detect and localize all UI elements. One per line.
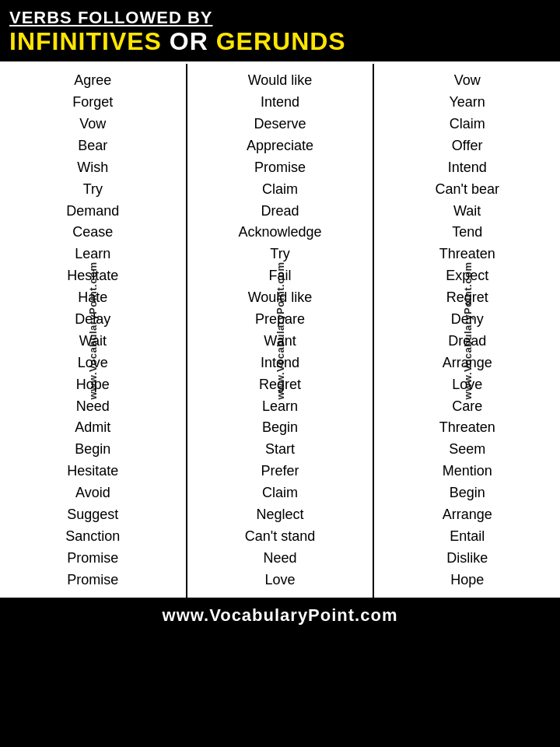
infinitives-label: INFINITIVES [9, 27, 162, 55]
list-item: Hesitate [3, 461, 183, 482]
list-item: Promise [3, 570, 183, 591]
list-item: Cease [3, 222, 183, 244]
list-item: Learn [191, 396, 370, 418]
list-item: Need [3, 396, 183, 418]
list-item: Deserve [191, 114, 370, 135]
list-item: Prepare [191, 309, 370, 331]
list-item: Sanction [3, 526, 183, 548]
list-item: Begin [3, 439, 183, 461]
list-item: Neglect [191, 504, 370, 526]
list-item: Bear [3, 135, 183, 157]
list-item: Intend [191, 92, 370, 114]
list-item: Seem [377, 439, 557, 461]
list-item: Begin [377, 482, 557, 504]
list-item: Hesitate [3, 265, 183, 287]
list-item: Can't stand [191, 526, 370, 548]
list-item: Promise [3, 548, 183, 570]
list-item: Intend [191, 352, 370, 374]
list-item: Try [191, 244, 370, 265]
list-item: Tend [377, 222, 557, 244]
list-item: Promise [191, 157, 370, 179]
list-item: Care [377, 396, 557, 418]
list-item: Entail [377, 526, 557, 548]
list-item: Want [191, 331, 370, 352]
list-item: Wait [3, 331, 183, 352]
list-item: Appreciate [191, 135, 370, 157]
footer-text: www.VocabularyPoint.com [163, 605, 398, 625]
list-item: Delay [3, 309, 183, 331]
list-item: Start [191, 439, 370, 461]
list-item: Begin [191, 417, 370, 439]
content-area: www.VocabularyPoint.com AgreeForgetVowBe… [0, 64, 560, 597]
list-item: Love [377, 374, 557, 396]
list-item: Acknowledge [191, 222, 370, 244]
list-item: Suggest [3, 504, 183, 526]
column-1: www.VocabularyPoint.com AgreeForgetVowBe… [0, 64, 187, 597]
list-item: Demand [3, 201, 183, 223]
list-item: Can't bear [377, 179, 557, 201]
list-item: Wait [377, 201, 557, 223]
list-item: Would like [191, 287, 370, 309]
list-item: Arrange [377, 504, 557, 526]
list-item: Wish [3, 157, 183, 179]
list-item: Agree [3, 70, 183, 92]
list-item: Need [191, 548, 370, 570]
list-item: Yearn [377, 92, 557, 114]
list-item: Learn [3, 244, 183, 265]
list-item: Hate [3, 287, 183, 309]
list-item: Dread [191, 201, 370, 223]
list-item: Threaten [377, 244, 557, 265]
list-item: Expect [377, 265, 557, 287]
footer: www.VocabularyPoint.com [0, 598, 560, 633]
list-item: Deny [377, 309, 557, 331]
gerunds-label: GERUNDS [216, 27, 346, 55]
column-3: www.VocabularyPoint.com VowYearnClaimOff… [374, 64, 560, 597]
list-item: Intend [377, 157, 557, 179]
list-item: Forget [3, 92, 183, 114]
header-line1: VERBS FOLLOWED BY [9, 8, 551, 28]
list-item: Claim [191, 482, 370, 504]
list-item: Regret [377, 287, 557, 309]
column-2: www.VocabularyPoint.com Would likeIntend… [187, 64, 375, 597]
list-item: Fail [191, 265, 370, 287]
list-item: Avoid [3, 482, 183, 504]
list-item: Offer [377, 135, 557, 157]
list-item: Love [3, 352, 183, 374]
list-item: Regret [191, 374, 370, 396]
list-item: Admit [3, 417, 183, 439]
list-item: Mention [377, 461, 557, 482]
list-item: Dread [377, 331, 557, 352]
list-item: Vow [377, 70, 557, 92]
list-item: Threaten [377, 417, 557, 439]
list-item: Love [191, 570, 370, 591]
list-item: Would like [191, 70, 370, 92]
list-item: Arrange [377, 352, 557, 374]
list-item: Claim [191, 179, 370, 201]
list-item: Try [3, 179, 183, 201]
list-item: Prefer [191, 461, 370, 482]
list-item: Claim [377, 114, 557, 135]
list-item: Vow [3, 114, 183, 135]
list-item: Hope [3, 374, 183, 396]
header: VERBS FOLLOWED BY INFINITIVES OR GERUNDS [0, 0, 560, 64]
or-label: OR [162, 27, 216, 55]
list-item: Hope [377, 570, 557, 591]
list-item: Dislike [377, 548, 557, 570]
header-line2: INFINITIVES OR GERUNDS [9, 28, 551, 55]
